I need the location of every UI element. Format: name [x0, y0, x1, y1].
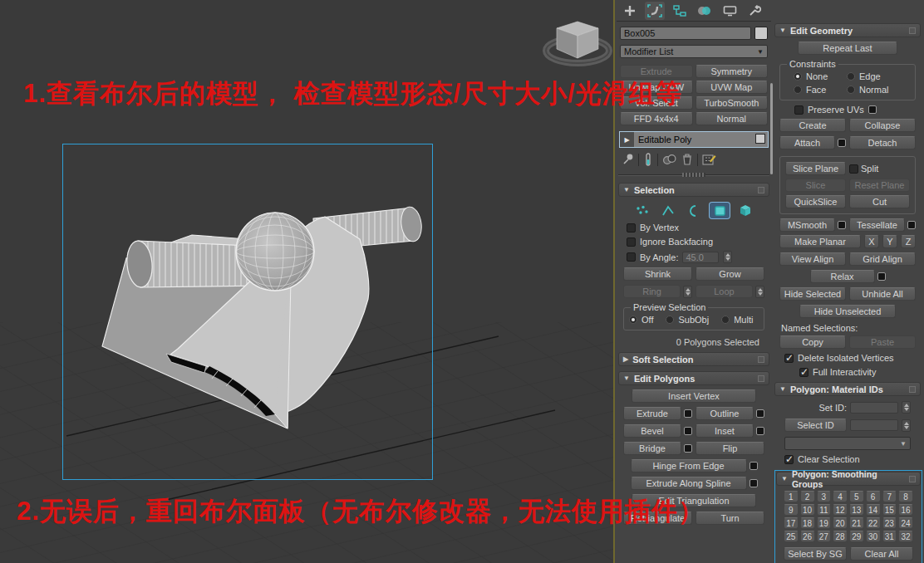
sg-button-32[interactable]: 32 — [898, 531, 913, 542]
by-vertex-checkbox[interactable] — [627, 223, 636, 233]
tab-modify[interactable] — [645, 2, 665, 20]
sg-button-27[interactable]: 27 — [817, 531, 832, 542]
repeat-last-button[interactable]: Repeat Last — [798, 42, 897, 55]
sg-button-16[interactable]: 16 — [898, 504, 913, 516]
msmooth-button[interactable]: MSmooth — [779, 218, 835, 232]
quickslice-button[interactable]: QuickSlice — [785, 195, 846, 208]
sg-button-2[interactable]: 2 — [800, 491, 815, 502]
sg-button-24[interactable]: 24 — [898, 517, 913, 529]
collapse-button[interactable]: Collapse — [849, 119, 916, 132]
grow-button[interactable]: Grow — [695, 267, 764, 281]
object-name-field[interactable]: Box005 — [620, 27, 751, 40]
sg-button-31[interactable]: 31 — [882, 531, 897, 542]
ignore-backfacing-checkbox[interactable] — [627, 237, 636, 247]
panel-splitter[interactable] — [618, 172, 769, 178]
rollout-soft-selection-header[interactable]: ▶ Soft Selection — [618, 352, 769, 366]
configure-modifier-sets-icon[interactable] — [702, 153, 716, 166]
hide-unselected-button[interactable]: Hide Unselected — [799, 305, 896, 318]
edge-mode-button[interactable] — [658, 203, 678, 218]
rollout-material-ids-header[interactable]: ▼ Polygon: Material IDs — [774, 382, 921, 396]
sg-button-18[interactable]: 18 — [800, 517, 815, 529]
outline-button[interactable]: Outline — [695, 407, 754, 420]
inset-button[interactable]: Inset — [695, 424, 754, 438]
inset-settings-icon[interactable] — [756, 427, 764, 435]
sg-button-19[interactable]: 19 — [817, 517, 832, 529]
preview-multi-radio[interactable] — [721, 316, 730, 324]
relax-button[interactable]: Relax — [810, 270, 875, 283]
split-checkbox[interactable] — [849, 164, 858, 174]
sg-button-12[interactable]: 12 — [833, 504, 848, 516]
bridge-settings-icon[interactable] — [684, 444, 692, 453]
element-mode-button[interactable] — [735, 203, 755, 218]
shrink-button[interactable]: Shrink — [623, 267, 692, 281]
msmooth-settings-icon[interactable] — [838, 221, 846, 229]
sg-button-25[interactable]: 25 — [784, 531, 799, 542]
sg-button-10[interactable]: 10 — [800, 504, 815, 516]
outline-settings-icon[interactable] — [756, 409, 764, 418]
remove-modifier-icon[interactable] — [681, 153, 693, 166]
sg-button-30[interactable]: 30 — [866, 531, 881, 542]
bevel-settings-icon[interactable] — [684, 427, 692, 435]
set-id-spinner[interactable] — [902, 401, 911, 414]
select-id-spinner[interactable] — [902, 419, 911, 432]
sg-button-23[interactable]: 23 — [882, 517, 897, 529]
slice-plane-button[interactable]: Slice Plane — [785, 162, 846, 175]
insert-vertex-button[interactable]: Insert Vertex — [632, 389, 756, 403]
extrude-settings-icon[interactable] — [684, 409, 692, 418]
tab-create[interactable] — [620, 2, 640, 20]
sg-button-6[interactable]: 6 — [866, 491, 881, 502]
sg-button-20[interactable]: 20 — [833, 517, 848, 529]
planar-z-button[interactable]: Z — [901, 235, 916, 248]
show-end-result-icon[interactable] — [643, 153, 653, 166]
polygon-mode-button[interactable] — [710, 203, 730, 218]
make-planar-button[interactable]: Make Planar — [779, 235, 861, 248]
planar-x-button[interactable]: X — [864, 235, 879, 248]
extrude-button[interactable]: Extrude — [623, 407, 681, 420]
extrude-along-spline-button[interactable]: Extrude Along Spline — [631, 477, 747, 490]
attach-button[interactable]: Attach — [779, 136, 835, 149]
hinge-from-edge-button[interactable]: Hinge From Edge — [631, 459, 747, 472]
extrude-spline-settings-icon[interactable] — [750, 479, 758, 487]
by-angle-spinner[interactable] — [723, 251, 732, 263]
flip-button[interactable]: Flip — [695, 442, 764, 455]
view-align-button[interactable]: View Align — [779, 252, 846, 266]
modifier-normal-button[interactable]: Normal — [695, 112, 769, 125]
cut-button[interactable]: Cut — [849, 195, 910, 208]
sg-button-8[interactable]: 8 — [898, 491, 913, 502]
tab-utilities[interactable] — [745, 2, 764, 20]
tab-hierarchy[interactable] — [670, 2, 690, 20]
tab-motion[interactable] — [695, 2, 715, 20]
detach-button[interactable]: Detach — [849, 136, 916, 149]
delete-isolated-vertices-checkbox[interactable] — [784, 354, 794, 363]
pin-stack-icon[interactable] — [622, 153, 634, 166]
unhide-all-button[interactable]: Unhide All — [849, 287, 916, 301]
preserve-uvs-settings-icon[interactable] — [868, 105, 877, 114]
sg-button-4[interactable]: 4 — [833, 491, 848, 502]
turn-button[interactable]: Turn — [695, 512, 764, 525]
viewcube[interactable] — [536, 12, 619, 71]
modifier-symmetry-button[interactable]: Symmetry — [695, 65, 769, 78]
clear-selection-checkbox[interactable] — [784, 455, 794, 464]
relax-settings-icon[interactable] — [877, 272, 886, 281]
hinge-settings-icon[interactable] — [750, 462, 758, 470]
constraint-face-radio[interactable] — [794, 86, 802, 94]
by-angle-field[interactable]: 45.0 — [682, 252, 719, 263]
material-name-dropdown[interactable]: ▼ — [784, 437, 911, 450]
modifier-stack-item[interactable]: ▶ Editable Poly — [620, 132, 768, 147]
planar-y-button[interactable]: Y — [882, 235, 897, 248]
sg-button-7[interactable]: 7 — [882, 491, 897, 502]
sg-button-3[interactable]: 3 — [817, 491, 832, 502]
tessellate-settings-icon[interactable] — [907, 221, 916, 229]
full-interactivity-checkbox[interactable] — [799, 368, 808, 377]
sg-button-13[interactable]: 13 — [849, 504, 864, 516]
make-unique-icon[interactable] — [662, 153, 677, 166]
viewport[interactable]: 1.查看布尔后的模型， 检查模型形态/尺寸大小/光滑组等 2.无误后，重回布尔面… — [0, 0, 615, 563]
constraint-normal-radio[interactable] — [847, 86, 855, 94]
stack-visibility-toggle[interactable] — [755, 134, 765, 144]
sg-button-5[interactable]: 5 — [849, 491, 864, 502]
modifier-list-dropdown[interactable]: Modifier List ▼ — [620, 45, 768, 58]
select-id-field[interactable] — [850, 419, 898, 431]
sg-button-22[interactable]: 22 — [866, 517, 881, 529]
rollout-smoothing-groups-header[interactable]: ▼ Polygon: Smoothing Groups — [776, 472, 921, 486]
grid-align-button[interactable]: Grid Align — [849, 252, 916, 266]
